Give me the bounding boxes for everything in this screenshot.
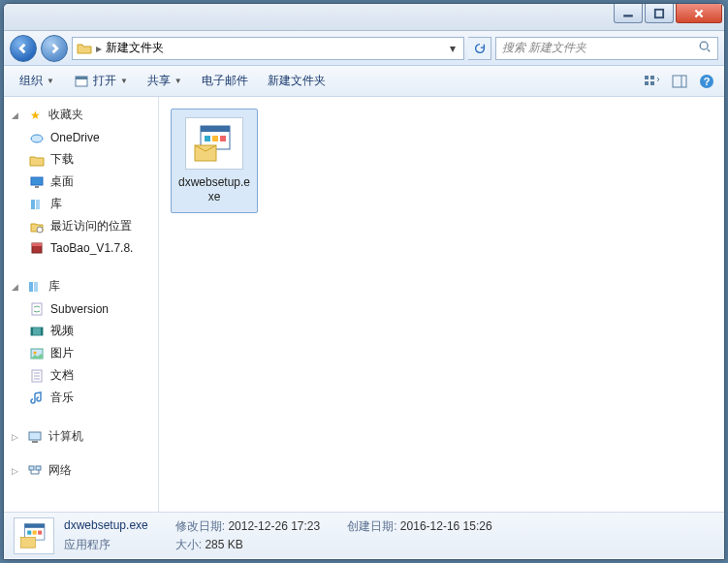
svg-point-4 [700,42,708,49]
open-button[interactable]: 打开▼ [66,70,136,92]
details-thumbnail [14,517,54,554]
file-list[interactable]: dxwebsetup.exe [159,97,724,512]
explorer-window: ▸ 新建文件夹 ▾ 搜索 新建文件夹 组织▼ 打开▼ 共享▼ 电子邮件 新建文件… [3,3,725,560]
svg-rect-45 [205,136,210,141]
modified-value: 2012-12-26 17:23 [228,519,320,533]
open-icon [74,74,89,89]
svg-rect-11 [650,81,654,85]
collapse-icon: ◢ [12,110,21,120]
chevron-down-icon: ▼ [120,77,128,85]
svg-rect-46 [212,136,218,141]
sidebar: ◢ ★ 收藏夹 OneDrive 下载 桌面 库 最近访问的位置 TaoBao_… [4,97,159,512]
svg-rect-12 [673,76,686,87]
titlebar [4,4,724,31]
expand-icon: ▷ [12,466,21,476]
downloads-icon [29,152,45,168]
svg-rect-54 [20,537,35,547]
libraries-icon [29,197,45,212]
svg-rect-18 [35,186,39,188]
new-folder-button[interactable]: 新建文件夹 [260,70,333,92]
computer-icon [27,429,43,445]
details-type: 应用程序 [64,537,148,553]
libraries-header[interactable]: ◢ 库 [4,274,158,298]
favorites-header[interactable]: ◢ ★ 收藏夹 [4,103,158,127]
svg-rect-38 [29,466,34,470]
breadcrumb-current[interactable]: 新建文件夹 [106,40,164,56]
preview-pane-button[interactable] [670,72,689,91]
svg-rect-1 [655,9,663,16]
sidebar-item-downloads[interactable]: 下载 [4,148,158,171]
file-item[interactable]: dxwebsetup.exe [171,109,258,213]
created-label: 创建日期: [347,519,396,533]
libraries-icon [27,279,43,295]
sidebar-item-recent[interactable]: 最近访问的位置 [4,215,158,237]
subversion-icon [29,301,45,317]
svg-rect-24 [29,282,33,292]
pictures-icon [29,346,45,361]
music-icon [29,391,45,406]
onedrive-icon [29,130,45,145]
sidebar-item-music[interactable]: 音乐 [4,387,158,409]
svg-rect-44 [201,126,230,132]
sidebar-item-subversion[interactable]: Subversion [4,298,158,320]
share-menu[interactable]: 共享▼ [140,70,190,92]
svg-rect-48 [195,145,216,161]
minimize-button[interactable] [614,4,643,23]
svg-point-16 [31,135,43,142]
created-value: 2016-12-16 15:26 [400,519,492,533]
svg-point-31 [34,351,37,354]
email-button[interactable]: 电子邮件 [194,70,256,92]
chevron-down-icon: ▼ [47,77,54,85]
svg-rect-9 [650,76,654,79]
svg-rect-25 [34,282,38,292]
view-options-button[interactable] [643,72,662,91]
size-label: 大小: [175,538,202,551]
libraries-group: ◢ 库 Subversion 视频 图片 文档 音乐 [4,268,158,419]
file-label: dxwebsetup.exe [175,175,253,204]
network-icon [27,463,43,479]
archive-icon [29,240,45,256]
organize-menu[interactable]: 组织▼ [12,70,62,92]
chevron-right-icon: ▸ [96,42,102,55]
svg-rect-7 [76,77,87,79]
refresh-button[interactable] [468,37,491,60]
help-button[interactable]: ? [697,72,716,91]
body: ◢ ★ 收藏夹 OneDrive 下载 桌面 库 最近访问的位置 TaoBao_… [4,97,724,512]
network-header[interactable]: ▷ 网络 [4,458,158,483]
toolbar: 组织▼ 打开▼ 共享▼ 电子邮件 新建文件夹 ? [4,66,724,97]
maximize-button[interactable] [645,4,674,23]
svg-point-21 [37,227,43,233]
back-button[interactable] [10,35,37,62]
address-dropdown[interactable]: ▾ [446,42,459,55]
svg-line-5 [708,49,711,52]
sidebar-item-pictures[interactable]: 图片 [4,342,158,364]
computer-group: ▷ 计算机 [4,419,158,458]
sidebar-item-documents[interactable]: 文档 [4,364,158,387]
size-value: 285 KB [205,538,242,551]
details-pane: dxwebsetup.exe 修改日期: 2012-12-26 17:23 创建… [4,512,724,558]
sidebar-item-taobao[interactable]: TaoBao_V1.7.8. [4,237,158,259]
forward-button[interactable] [41,35,68,62]
favorites-group: ◢ ★ 收藏夹 OneDrive 下载 桌面 库 最近访问的位置 TaoBao_… [4,97,158,268]
svg-rect-20 [36,200,40,209]
sidebar-item-onedrive[interactable]: OneDrive [4,127,158,148]
installer-icon [185,117,243,170]
sidebar-item-desktop[interactable]: 桌面 [4,171,158,193]
search-placeholder: 搜索 新建文件夹 [502,40,586,56]
svg-rect-36 [29,432,41,440]
expand-icon: ▷ [12,432,21,442]
search-input[interactable]: 搜索 新建文件夹 [495,37,718,60]
chevron-down-icon: ▼ [174,77,182,85]
svg-rect-17 [31,177,43,185]
star-icon: ★ [27,108,43,123]
network-group: ▷ 网络 [4,458,158,492]
close-button[interactable] [676,4,722,23]
computer-header[interactable]: ▷ 计算机 [4,424,158,449]
folder-icon [77,41,92,56]
address-bar[interactable]: ▸ 新建文件夹 ▾ [72,37,464,60]
svg-rect-37 [32,441,38,443]
sidebar-item-libraries-fav[interactable]: 库 [4,193,158,215]
details-filename: dxwebsetup.exe [64,518,148,535]
recent-icon [29,219,45,235]
sidebar-item-videos[interactable]: 视频 [4,320,158,342]
